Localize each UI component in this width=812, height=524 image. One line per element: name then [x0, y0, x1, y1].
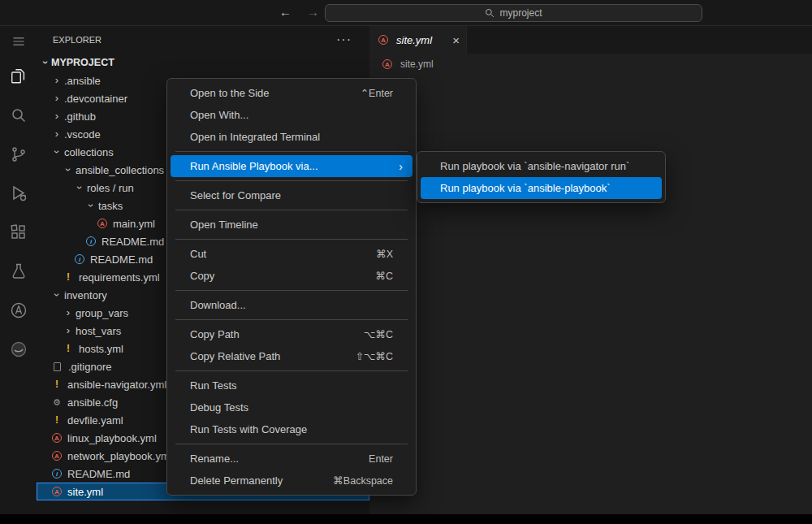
menu-item-label: Open Timeline [190, 219, 403, 231]
menu-item-shortcut: ⌘C [375, 270, 403, 282]
tree-item-label: .github [64, 110, 96, 123]
chevron-right-icon: › [63, 307, 74, 318]
info-file-icon: i [86, 236, 96, 246]
menu-item-copy-path[interactable]: Copy Path⌥⌘C [171, 323, 412, 345]
tree-item-label: hosts.yml [79, 343, 123, 355]
gear-file-icon: ⚙ [51, 396, 63, 408]
submenu-item-run-playbook-via-ansible-navigator-run[interactable]: Run playbook via `ansible-navigator run` [421, 155, 662, 177]
chevron-right-icon: › [51, 75, 63, 86]
tree-root-myproject[interactable]: › MYPROJECT [37, 54, 369, 71]
tree-item-label: .devcontainer [64, 93, 127, 105]
ansible-file-icon: A [97, 219, 107, 228]
activity-ansible-extension-icon[interactable] [0, 291, 37, 330]
tree-item-label: README.md [102, 236, 164, 248]
tree-item-label: inventory [64, 289, 107, 301]
menu-item-shortcut: ⌘Backspace [333, 474, 403, 487]
tree-item-label: README.md [90, 253, 153, 266]
menu-separator [175, 444, 408, 444]
menu-item-shortcut: ⌥⌘C [364, 328, 403, 340]
submenu-item-run-playbook-via-ansible-playbook[interactable]: Run playbook via `ansible-playbook` [421, 177, 662, 199]
forward-icon[interactable]: → [307, 5, 319, 19]
tree-item-label: requirements.yml [79, 271, 160, 284]
tree-item-label: ansible.cfg [67, 396, 118, 409]
search-text: myproject [499, 7, 542, 19]
tree-item-label: collections [64, 146, 114, 158]
menu-item-label: Download... [190, 299, 403, 311]
menu-item-download[interactable]: Download... [171, 294, 412, 316]
menu-separator [175, 319, 408, 320]
menu-item-label: Select for Compare [190, 189, 403, 201]
submenu-item-label: Run playbook via `ansible-navigator run` [440, 160, 652, 172]
menu-item-open-timeline[interactable]: Open Timeline [171, 214, 412, 236]
context-menu: Open to the Side⌃EnterOpen With...Open i… [166, 78, 417, 496]
tree-item-label: README.md [67, 468, 130, 480]
menu-item-run-tests-with-coverage[interactable]: Run Tests with Coverage [171, 418, 412, 440]
menu-item-debug-tests[interactable]: Debug Tests [171, 396, 412, 418]
menu-item-label: Copy [190, 270, 375, 282]
close-icon[interactable]: × [452, 33, 460, 47]
ansible-file-icon: A [382, 59, 392, 69]
menu-item-copy[interactable]: Copy⌘C [171, 265, 412, 287]
activity-redhat-icon[interactable] [0, 330, 37, 369]
menu-item-run-tests[interactable]: Run Tests [171, 375, 412, 396]
activity-source-control-icon[interactable] [0, 135, 37, 174]
menu-item-run-ansible-playbook-via[interactable]: Run Ansible Playbook via...› [171, 155, 412, 177]
menu-separator [175, 290, 408, 291]
chevron-down-icon: › [85, 200, 97, 211]
menu-separator [175, 370, 408, 371]
menu-item-copy-relative-path[interactable]: Copy Relative Path⇧⌥⌘C [171, 345, 412, 367]
chevron-right-icon: › [51, 110, 63, 122]
more-actions-icon[interactable]: ··· [336, 32, 352, 47]
activity-testing-icon[interactable] [0, 252, 37, 291]
ansible-file-icon: A [52, 451, 62, 461]
search-icon [485, 8, 495, 18]
menu-item-cut[interactable]: Cut⌘X [171, 243, 412, 265]
menu-item-shortcut: Enter [369, 453, 403, 465]
breadcrumb-item[interactable]: site.yml [400, 58, 434, 70]
tree-item-label: ansible-navigator.yml [67, 379, 166, 391]
chevron-down-icon: › [51, 146, 63, 158]
activity-explorer-icon[interactable] [0, 57, 37, 96]
menu-item-label: Open to the Side [190, 87, 361, 99]
menu-separator [175, 180, 408, 181]
menu-item-shortcut: ⌃Enter [361, 87, 403, 99]
menu-item-label: Rename... [190, 453, 369, 465]
menu-item-rename[interactable]: Rename...Enter [171, 448, 412, 470]
ansible-file-icon: A [52, 433, 62, 443]
menu-item-label: Delete Permanently [190, 474, 333, 487]
status-bar [0, 514, 812, 524]
command-center-search[interactable]: myproject [325, 4, 702, 22]
menu-item-select-for-compare[interactable]: Select for Compare [171, 184, 412, 206]
chevron-down-icon: › [40, 57, 51, 68]
chevron-right-icon: › [63, 325, 74, 336]
activity-search-icon[interactable] [0, 96, 37, 135]
warning-file-icon: ! [51, 379, 63, 390]
submenu-item-label: Run playbook via `ansible-playbook` [440, 182, 652, 194]
tab-bar: A site.yml × [369, 26, 812, 54]
menu-separator [175, 151, 408, 152]
tab-site-yml[interactable]: A site.yml × [369, 26, 467, 54]
menu-separator [175, 210, 408, 210]
titlebar: ← → myproject [0, 0, 812, 26]
menu-item-open-with[interactable]: Open With... [171, 104, 412, 126]
activity-menu-icon[interactable] [0, 26, 37, 57]
menu-item-label: Open With... [190, 109, 403, 121]
activity-run-debug-icon[interactable] [0, 174, 37, 213]
info-file-icon: i [52, 469, 62, 479]
warning-file-icon: ! [63, 343, 74, 354]
menu-item-open-to-the-side[interactable]: Open to the Side⌃Enter [171, 82, 412, 104]
back-icon[interactable]: ← [279, 5, 292, 19]
menu-item-delete-permanently[interactable]: Delete Permanently⌘Backspace [171, 470, 412, 492]
ansible-file-icon: A [378, 35, 388, 45]
warning-file-icon: ! [51, 414, 63, 426]
menu-item-open-in-integrated-terminal[interactable]: Open in Integrated Terminal [171, 126, 412, 148]
file-icon [54, 362, 61, 371]
tree-item-label: network_playbook.yml [67, 450, 172, 462]
chevron-right-icon: › [51, 93, 63, 104]
tree-item-label: tasks [98, 200, 123, 212]
tree-item-label: group_vars [76, 307, 128, 319]
tree-item-label: ansible_collections [76, 164, 164, 176]
menu-item-shortcut: ⇧⌥⌘C [356, 350, 403, 362]
activity-extensions-icon[interactable] [0, 213, 37, 252]
info-file-icon: i [75, 254, 84, 264]
